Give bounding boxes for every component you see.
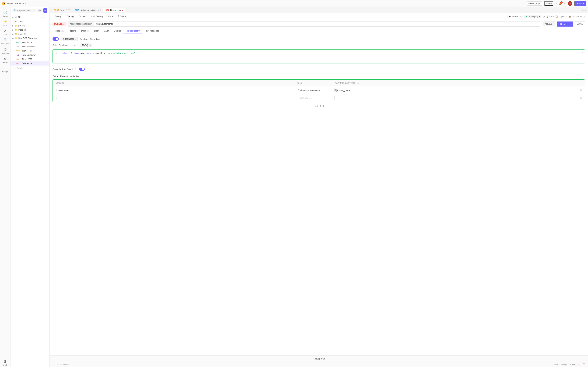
tree-folder-user[interactable]: ▶ 📁 user (8) [10,32,49,36]
req-tab-pre-request[interactable]: Pre-request [123,28,142,34]
sidebar-item-manage[interactable]: ☰ Manage [0,64,10,74]
cookie-button[interactable]: Cookie [552,364,558,366]
new-project-button[interactable]: + New project [527,1,543,6]
tree-item-md-markdown1[interactable]: MD New Markdown [10,45,49,49]
share-button[interactable]: Share [544,1,553,6]
help-icon[interactable]: ❓ [583,363,585,366]
sidebar-item-schemas[interactable]: ⬡ Schemas [0,46,10,55]
sub-tab-design[interactable]: Design [52,14,64,19]
drag-handle-2[interactable]: ⠿ [56,97,57,99]
req-tab-body[interactable]: Body [92,28,102,34]
tree-folder-pet[interactable]: ▶ 📁 pet (8) [10,24,49,28]
sidebar-toggle-left-icon[interactable]: ◁ [582,9,583,11]
add-api-button[interactable]: + [43,8,47,13]
add-task-button[interactable]: + Add Task [52,102,585,110]
drag-handle[interactable]: ⠿ [56,89,57,92]
sidebar-item-tests[interactable]: ✓ Tests [0,27,10,36]
tab-post-new-http[interactable]: POST New HTTP [52,8,72,12]
url-path[interactable]: /users/{username} [94,22,540,26]
more-icon[interactable]: ⋯ [45,16,47,18]
sidebar-item-share-docs[interactable]: 📄 Share Docs [0,36,10,46]
send-button-group[interactable]: Send ▾ [557,22,573,26]
archive-icon[interactable]: 📦 Archive [569,15,579,18]
community-button[interactable]: Community [570,364,580,366]
url-input-wrapper[interactable]: https://rest.echoapi.com /users/{usernam… [68,21,540,26]
send-dropdown-button[interactable]: ▾ [569,22,573,26]
tree-item-md-markdown2[interactable]: MD New Markdown [10,53,49,57]
settings-bottom-button[interactable]: Settings [561,364,568,366]
req-tab-cookie[interactable]: Cookie [112,28,123,34]
search-input[interactable] [17,9,35,12]
type-selector-row2[interactable]: Please select ▾ [296,96,335,100]
sub-tab-cases[interactable]: Cases [76,14,87,19]
tree-item-post-http1[interactable]: POST New HTTP [10,49,49,53]
db-type-selector[interactable]: MySQL ▾ [80,43,92,47]
req-tab-post-response[interactable]: Post-response [142,28,162,34]
tab-del-delete-user[interactable]: DEL Delete user [103,8,125,12]
tab-more-button[interactable]: ⋯ [129,9,133,12]
sub-tab-share[interactable]: ⤴ Share [115,14,129,19]
tree-section-all-api[interactable]: ⊞ All API ⊿ ◫ ⋯ [10,15,49,19]
delete-row1-button[interactable]: 🗑 [579,89,582,92]
invite-button[interactable]: + Invite [574,1,586,6]
notification-bell[interactable]: 🔔 8 [559,2,562,5]
jsonpath-info-icon[interactable]: ⓘ [357,82,359,84]
tree-item-delete-user[interactable]: DEL Delete user [10,61,49,66]
sub-tab-mock[interactable]: Mock [105,14,115,19]
layout-icon[interactable]: ⊟ [583,15,585,18]
tab-add-button[interactable]: + [126,8,129,12]
sidebar-item-apis[interactable]: ⚡ APIs [0,18,10,27]
tab-put-update-pet[interactable]: PUT Update an existing pet [73,8,103,12]
db-toggle[interactable] [52,37,59,41]
env-selector[interactable]: Developing ▾ [524,15,541,18]
duplicate-icon[interactable]: 📋 Duplicate [555,15,567,18]
tree-folder-tcp[interactable]: ▶ 📁 New TCP Client (1) [10,36,49,40]
settings-gear-icon[interactable]: ⚙ [580,15,582,18]
save-button[interactable]: Save ▾ [575,22,585,26]
req-tab-params[interactable]: Params [66,28,79,34]
sidebar-toggle-right-icon[interactable]: ▷ [585,9,586,11]
window-icon[interactable]: ⊡ [564,2,566,5]
sub-tab-load-testing[interactable]: Load Testing [87,14,105,19]
avatar[interactable]: S [568,1,572,6]
sql-editor[interactable]: 1 select * from user where email = 'echo… [52,50,585,63]
send-button[interactable]: Send [557,22,569,26]
filter-all-button[interactable]: All [37,9,42,12]
db-dropdown-icon: ▾ [75,38,76,40]
console-toggle[interactable] [79,68,85,71]
db-name-selector[interactable]: User [70,43,78,47]
sort-icon[interactable]: ⊿ [40,16,42,18]
import-icon[interactable]: ⇄ [543,15,545,18]
expand-editor-icon[interactable]: ⤢ [581,51,583,54]
sidebar-item-settings[interactable]: ⚙ Settings [0,55,10,64]
method-selector[interactable]: DELETE ▾ [52,22,67,26]
sub-tab-debug[interactable]: Debug [64,14,76,19]
req-tab-path[interactable]: Path 1 [79,28,92,34]
filter-icon[interactable]: ◫ [43,16,44,18]
tree-item-post-http2[interactable]: POST New HTTP [10,57,49,61]
sync-icon[interactable]: ⇄ [521,15,523,18]
delete-row2-button[interactable]: 🗑 [579,97,582,100]
project-dropdown-icon[interactable]: ▾ [25,2,26,5]
search-bar[interactable]: 🔍 [12,8,36,12]
tree-item-get-http[interactable]: GET New HTTP [10,40,49,45]
db-badge[interactable]: 🗄 Database ▾ [61,37,78,41]
extract-section: Variables Types JSONPath Expression ⓘ ⠿ … [52,79,585,102]
response-bar[interactable]: ⌃ Response [50,355,588,362]
sidebar-item-trash[interactable]: 🗑 Trash [0,358,10,367]
collapse-sidebar-button[interactable]: ◁ Collapse Sidebar [52,363,549,366]
action-icons: ⇄ 🔒 Lock 📋 Duplicate 📦 Archive ⚙ ⊟ [543,15,585,18]
lock-icon[interactable]: 🔒 Lock [546,15,554,18]
refresh-icon[interactable]: ↻ [555,2,557,5]
extract-row-1: ⠿ username Environment variables ▾ $[0].… [53,86,585,94]
tree-item-test[interactable]: MD test [10,19,49,24]
tree-folder-store[interactable]: ▶ 📁 store (4) [10,28,49,32]
console-info-icon[interactable]: ⓘ [75,68,77,71]
content-area: 🗄 Database ▾ Database Operation Select D… [50,34,588,355]
protocol-selector[interactable]: http/1.1 ▾ [543,22,555,26]
req-tab-auth[interactable]: Auth [102,28,112,34]
create-button[interactable]: ＋ + Create [10,66,49,71]
sidebar-item-history[interactable]: 🕐 History [0,9,10,18]
type-selector-row1[interactable]: Environment variables ▾ [296,88,335,92]
req-tab-headers[interactable]: Headers [52,28,66,34]
